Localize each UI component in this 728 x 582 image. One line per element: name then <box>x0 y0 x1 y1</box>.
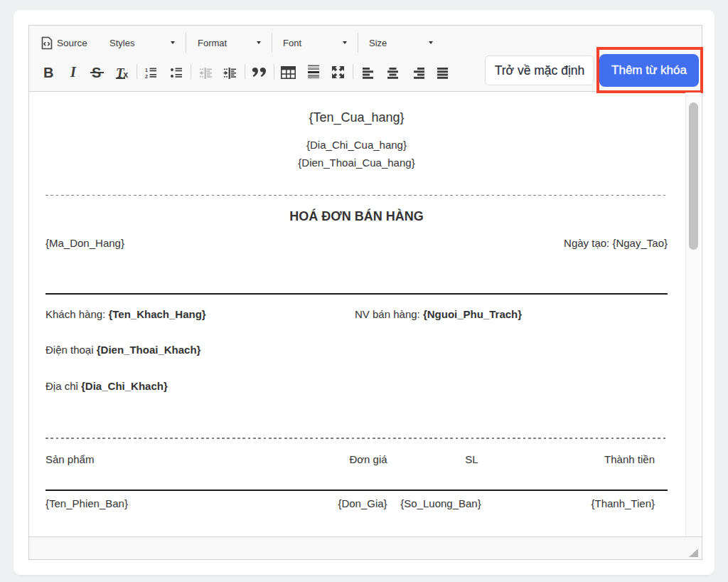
svg-text:2: 2 <box>145 74 148 79</box>
svg-text:1: 1 <box>145 68 148 73</box>
